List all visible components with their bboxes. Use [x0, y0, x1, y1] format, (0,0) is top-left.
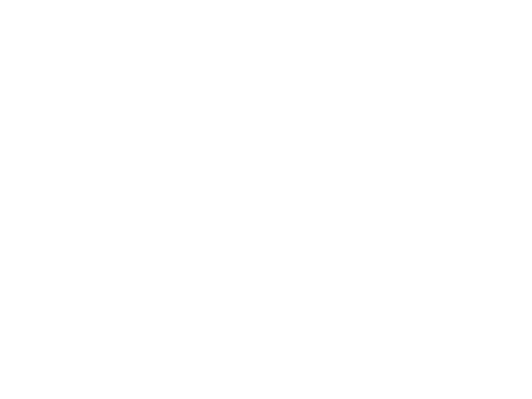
- spectrogram-plots-canvas[interactable]: [0, 0, 532, 399]
- spectrogram-figure: [0, 0, 532, 399]
